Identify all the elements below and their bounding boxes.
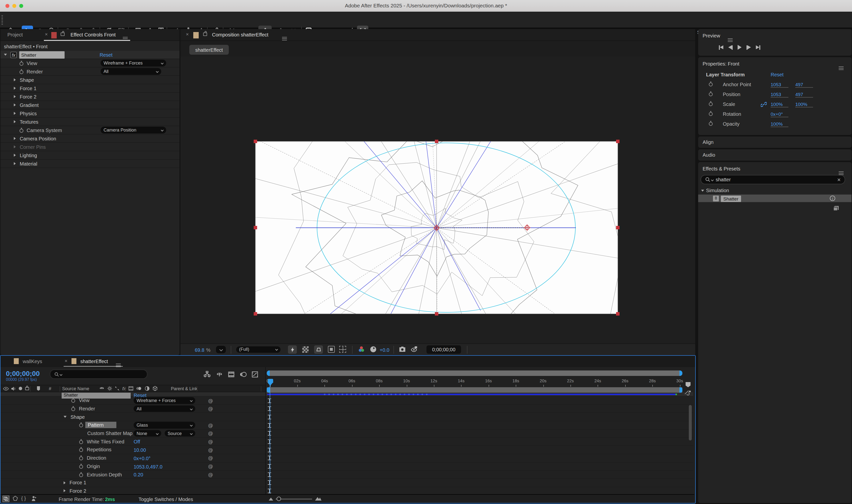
- grid-guides-icon[interactable]: [339, 346, 346, 353]
- comp-marker-icon[interactable]: [684, 390, 691, 397]
- effect-group-material[interactable]: Material: [0, 160, 179, 168]
- expand-icon[interactable]: [14, 145, 16, 148]
- transform-value-y[interactable]: 100%: [795, 102, 813, 107]
- view-dropdown[interactable]: Wireframe + Forces: [101, 60, 166, 67]
- layer-transform-handle[interactable]: [616, 140, 620, 143]
- link-icon[interactable]: [761, 102, 767, 107]
- expand-icon[interactable]: [14, 87, 16, 90]
- pick-whip-icon[interactable]: @: [208, 431, 213, 436]
- next-frame-button[interactable]: [747, 45, 751, 50]
- pattern-dropdown[interactable]: Glass: [134, 422, 195, 428]
- layer-transform-handle[interactable]: [616, 226, 620, 229]
- playhead-line[interactable]: [270, 379, 271, 494]
- timeline-row-force-1[interactable]: Force 1: [0, 479, 693, 487]
- pick-whip-icon[interactable]: @: [208, 472, 213, 477]
- info-icon[interactable]: i: [830, 196, 835, 201]
- timeline-zoom-slider-thumb[interactable]: [277, 497, 281, 501]
- comp-timecode-box[interactable]: 0;00;00;00: [427, 345, 461, 354]
- effects-search-box[interactable]: shatter ×: [701, 175, 845, 184]
- stopwatch-icon[interactable]: [79, 447, 84, 452]
- stopwatch-icon[interactable]: [708, 101, 713, 106]
- toggle-switches-modes-button[interactable]: Toggle Switches / Modes: [139, 497, 193, 502]
- layer-transform-handle[interactable]: [254, 312, 257, 316]
- pick-whip-icon[interactable]: @: [208, 455, 213, 461]
- timeline-row-repetitions[interactable]: Repetitions10.00@: [0, 446, 693, 454]
- magnification-dropdown[interactable]: [216, 346, 226, 353]
- camera-system-dropdown[interactable]: Camera Position: [101, 127, 166, 133]
- expand-icon[interactable]: [14, 104, 16, 106]
- panel-menu-icon[interactable]: [116, 360, 121, 365]
- graph-editor-icon[interactable]: [251, 371, 258, 379]
- mask-visibility-icon[interactable]: [328, 346, 335, 353]
- timeline-row-custom-shatter-map[interactable]: Custom Shatter MapNoneSource@: [0, 430, 693, 438]
- region-of-interest-icon[interactable]: [314, 345, 323, 354]
- stopwatch-icon[interactable]: [19, 69, 24, 74]
- layer-transform-handle[interactable]: [616, 312, 620, 316]
- draft-3d-person-icon[interactable]: [31, 496, 37, 503]
- comp-viewer[interactable]: [180, 57, 695, 343]
- collapse-effect-icon[interactable]: [4, 54, 7, 56]
- render-dropdown[interactable]: All: [101, 68, 161, 75]
- tab-wallkeys[interactable]: wallKeys: [23, 359, 42, 364]
- channels-icon[interactable]: [358, 346, 365, 353]
- layer-transform-handle[interactable]: [435, 140, 438, 143]
- expand-icon[interactable]: [64, 481, 66, 484]
- marker-bin-icon[interactable]: [685, 381, 691, 389]
- pick-whip-icon[interactable]: @: [208, 464, 213, 469]
- timeline-row-render[interactable]: RenderAll@: [0, 405, 693, 413]
- timeline-search-box[interactable]: [50, 370, 147, 379]
- panel-menu-icon[interactable]: [728, 35, 733, 40]
- shatter-map-source-dropdown[interactable]: Source: [165, 430, 195, 437]
- show-snapshot-icon[interactable]: [410, 346, 418, 353]
- work-area-start-handle[interactable]: [267, 387, 270, 393]
- timeline-row-white-tiles-fixed[interactable]: White Tiles FixedOff@: [0, 438, 693, 446]
- shy-layers-icon[interactable]: [216, 371, 223, 379]
- parent-link-column-label[interactable]: Parent & Link: [171, 386, 197, 391]
- stopwatch-icon[interactable]: [79, 422, 84, 428]
- close-tab-icon[interactable]: ×: [186, 32, 189, 37]
- stopwatch-icon[interactable]: [708, 81, 713, 87]
- effect-group-gradient[interactable]: Gradient: [0, 101, 179, 109]
- timeline-row-force-2[interactable]: Force 2: [0, 487, 693, 494]
- stopwatch-icon[interactable]: [79, 439, 84, 444]
- snapshot-icon[interactable]: [399, 346, 406, 353]
- last-frame-button[interactable]: [756, 45, 760, 50]
- pick-whip-icon[interactable]: @: [208, 406, 213, 411]
- effect-group-force1[interactable]: Force 1: [0, 84, 179, 93]
- close-tab-icon[interactable]: ×: [65, 358, 68, 364]
- layer-transform-handle[interactable]: [254, 226, 257, 229]
- transform-value-y[interactable]: 497: [795, 82, 813, 88]
- panel-menu-icon[interactable]: [282, 33, 287, 38]
- effect-group-textures[interactable]: Textures: [0, 118, 179, 126]
- time-ruler[interactable]: 00s02s04s06s08s10s12s14s16s18s20s22s24s2…: [265, 378, 682, 387]
- stopwatch-icon[interactable]: [79, 464, 84, 469]
- expand-icon[interactable]: [14, 112, 16, 115]
- stopwatch-icon[interactable]: [708, 111, 713, 116]
- search-input-value[interactable]: shatter: [716, 177, 731, 182]
- transform-value-y[interactable]: 497: [795, 92, 813, 97]
- motion-blur-icon[interactable]: [240, 371, 247, 379]
- effect-group-force2[interactable]: Force 2: [0, 93, 179, 101]
- work-area-bar[interactable]: [267, 387, 682, 393]
- navigator-end-handle[interactable]: [679, 371, 682, 376]
- timeline-row-pattern[interactable]: PatternGlass@: [0, 421, 693, 429]
- expand-icon[interactable]: [14, 78, 16, 81]
- clear-search-icon[interactable]: ×: [837, 176, 841, 183]
- motion-blur-toggle-icon[interactable]: [12, 496, 18, 503]
- resolution-dropdown[interactable]: (Full): [236, 346, 281, 353]
- timeline-vertical-scrollbar[interactable]: [689, 405, 692, 440]
- stopwatch-icon[interactable]: [708, 121, 713, 126]
- pick-whip-icon[interactable]: @: [208, 398, 213, 403]
- effect-item-shatter[interactable]: 8 Shatter i: [698, 194, 852, 202]
- effect-group-physics[interactable]: Physics: [0, 109, 179, 118]
- new-panel-icon[interactable]: [833, 205, 839, 212]
- play-button[interactable]: [737, 45, 742, 50]
- effect-item-label[interactable]: Shatter: [721, 195, 741, 202]
- comp-nav-button[interactable]: shatterEffect: [189, 45, 229, 55]
- source-name-column-label[interactable]: Source Name: [62, 386, 89, 391]
- property-value[interactable]: 1053.0,497.0: [134, 464, 162, 469]
- panel-menu-icon[interactable]: [839, 62, 844, 68]
- pick-whip-icon[interactable]: @: [208, 422, 213, 428]
- property-value[interactable]: 0x+0.0°: [134, 456, 151, 461]
- expand-icon[interactable]: [64, 489, 66, 492]
